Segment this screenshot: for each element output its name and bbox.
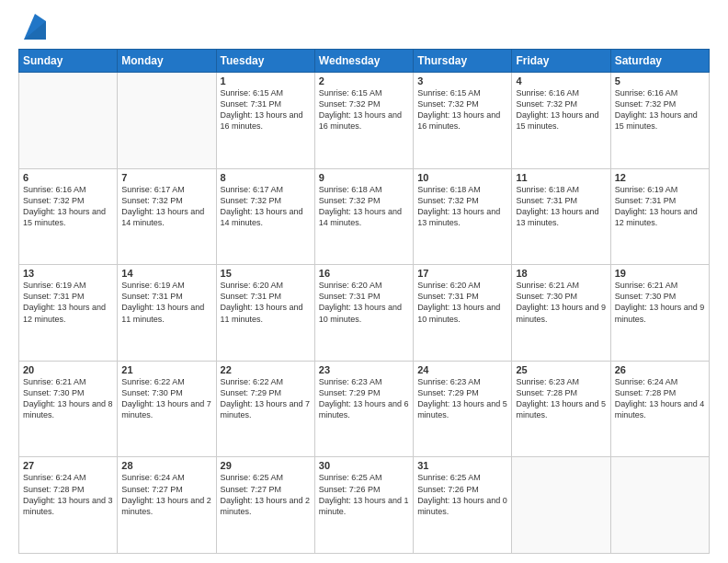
day-number: 13: [23, 268, 113, 279]
calendar-cell: 22Sunrise: 6:22 AM Sunset: 7:29 PM Dayli…: [216, 361, 314, 457]
calendar-cell: 30Sunrise: 6:25 AM Sunset: 7:26 PM Dayli…: [314, 457, 413, 554]
page: SundayMondayTuesdayWednesdayThursdayFrid…: [0, 0, 728, 563]
day-info: Sunrise: 6:19 AM Sunset: 7:31 PM Dayligh…: [121, 280, 211, 325]
day-number: 27: [23, 460, 113, 471]
day-number: 1: [221, 75, 311, 86]
day-info: Sunrise: 6:19 AM Sunset: 7:31 PM Dayligh…: [23, 280, 113, 325]
weekday-monday: Monday: [118, 50, 216, 73]
day-number: 10: [417, 172, 507, 183]
weekday-saturday: Saturday: [610, 50, 709, 73]
calendar-cell: 29Sunrise: 6:25 AM Sunset: 7:27 PM Dayli…: [216, 457, 314, 554]
day-number: 17: [417, 268, 507, 279]
calendar-cell: 27Sunrise: 6:24 AM Sunset: 7:28 PM Dayli…: [19, 457, 118, 554]
calendar-cell: 7Sunrise: 6:17 AM Sunset: 7:32 PM Daylig…: [118, 168, 216, 265]
calendar-cell: 28Sunrise: 6:24 AM Sunset: 7:27 PM Dayli…: [118, 457, 216, 554]
day-number: 19: [615, 268, 705, 279]
day-info: Sunrise: 6:23 AM Sunset: 7:28 PM Dayligh…: [516, 376, 606, 421]
logo: [18, 14, 46, 40]
day-info: Sunrise: 6:18 AM Sunset: 7:32 PM Dayligh…: [417, 184, 507, 229]
day-number: 20: [23, 364, 113, 375]
day-info: Sunrise: 6:15 AM Sunset: 7:32 PM Dayligh…: [417, 87, 507, 132]
day-number: 21: [121, 364, 211, 375]
day-info: Sunrise: 6:15 AM Sunset: 7:31 PM Dayligh…: [221, 87, 311, 132]
day-number: 9: [319, 172, 409, 183]
day-number: 4: [516, 75, 606, 86]
calendar-cell: 19Sunrise: 6:21 AM Sunset: 7:30 PM Dayli…: [610, 265, 709, 362]
day-number: 5: [615, 75, 705, 86]
day-number: 26: [615, 364, 705, 375]
day-number: 12: [615, 172, 705, 183]
day-info: Sunrise: 6:18 AM Sunset: 7:32 PM Dayligh…: [319, 184, 409, 229]
day-number: 15: [221, 268, 311, 279]
calendar-cell: 4Sunrise: 6:16 AM Sunset: 7:32 PM Daylig…: [512, 73, 610, 169]
day-info: Sunrise: 6:25 AM Sunset: 7:26 PM Dayligh…: [319, 472, 409, 517]
weekday-tuesday: Tuesday: [216, 50, 314, 73]
day-info: Sunrise: 6:20 AM Sunset: 7:31 PM Dayligh…: [319, 280, 409, 325]
weekday-friday: Friday: [512, 50, 610, 73]
weekday-header: SundayMondayTuesdayWednesdayThursdayFrid…: [19, 50, 710, 73]
day-number: 8: [221, 172, 311, 183]
calendar-cell: 13Sunrise: 6:19 AM Sunset: 7:31 PM Dayli…: [19, 265, 118, 362]
calendar-cell: 9Sunrise: 6:18 AM Sunset: 7:32 PM Daylig…: [314, 168, 413, 265]
calendar-cell: 25Sunrise: 6:23 AM Sunset: 7:28 PM Dayli…: [512, 361, 610, 457]
day-number: 22: [221, 364, 311, 375]
day-number: 7: [121, 172, 211, 183]
day-info: Sunrise: 6:16 AM Sunset: 7:32 PM Dayligh…: [23, 184, 113, 229]
day-info: Sunrise: 6:17 AM Sunset: 7:32 PM Dayligh…: [221, 184, 311, 229]
calendar-cell: 1Sunrise: 6:15 AM Sunset: 7:31 PM Daylig…: [216, 73, 314, 169]
calendar-cell: 31Sunrise: 6:25 AM Sunset: 7:26 PM Dayli…: [414, 457, 512, 554]
day-info: Sunrise: 6:24 AM Sunset: 7:27 PM Dayligh…: [121, 472, 211, 517]
calendar-cell: 12Sunrise: 6:19 AM Sunset: 7:31 PM Dayli…: [610, 168, 709, 265]
day-info: Sunrise: 6:20 AM Sunset: 7:31 PM Dayligh…: [417, 280, 507, 325]
calendar-cell: 18Sunrise: 6:21 AM Sunset: 7:30 PM Dayli…: [512, 265, 610, 362]
day-info: Sunrise: 6:15 AM Sunset: 7:32 PM Dayligh…: [319, 87, 409, 132]
logo-icon: [24, 14, 46, 40]
calendar-cell: 2Sunrise: 6:15 AM Sunset: 7:32 PM Daylig…: [314, 73, 413, 169]
calendar-cell: 6Sunrise: 6:16 AM Sunset: 7:32 PM Daylig…: [19, 168, 118, 265]
day-number: 11: [516, 172, 606, 183]
calendar-cell: 5Sunrise: 6:16 AM Sunset: 7:32 PM Daylig…: [610, 73, 709, 169]
day-number: 29: [221, 460, 311, 471]
weekday-wednesday: Wednesday: [314, 50, 413, 73]
day-info: Sunrise: 6:19 AM Sunset: 7:31 PM Dayligh…: [615, 184, 705, 229]
day-info: Sunrise: 6:24 AM Sunset: 7:28 PM Dayligh…: [615, 376, 705, 421]
calendar-cell: 15Sunrise: 6:20 AM Sunset: 7:31 PM Dayli…: [216, 265, 314, 362]
calendar-cell: [118, 73, 216, 169]
day-info: Sunrise: 6:25 AM Sunset: 7:27 PM Dayligh…: [221, 472, 311, 517]
day-number: 28: [121, 460, 211, 471]
calendar-cell: 11Sunrise: 6:18 AM Sunset: 7:31 PM Dayli…: [512, 168, 610, 265]
calendar-cell: 26Sunrise: 6:24 AM Sunset: 7:28 PM Dayli…: [610, 361, 709, 457]
calendar-cell: 16Sunrise: 6:20 AM Sunset: 7:31 PM Dayli…: [314, 265, 413, 362]
weekday-sunday: Sunday: [19, 50, 118, 73]
week-row-1: 1Sunrise: 6:15 AM Sunset: 7:31 PM Daylig…: [19, 73, 710, 169]
calendar-cell: 10Sunrise: 6:18 AM Sunset: 7:32 PM Dayli…: [414, 168, 512, 265]
day-info: Sunrise: 6:23 AM Sunset: 7:29 PM Dayligh…: [319, 376, 409, 421]
calendar-cell: [610, 457, 709, 554]
calendar-cell: [512, 457, 610, 554]
week-row-2: 6Sunrise: 6:16 AM Sunset: 7:32 PM Daylig…: [19, 168, 710, 265]
day-number: 3: [417, 75, 507, 86]
calendar-table: SundayMondayTuesdayWednesdayThursdayFrid…: [18, 49, 710, 554]
day-number: 18: [516, 268, 606, 279]
day-info: Sunrise: 6:20 AM Sunset: 7:31 PM Dayligh…: [221, 280, 311, 325]
week-row-5: 27Sunrise: 6:24 AM Sunset: 7:28 PM Dayli…: [19, 457, 710, 554]
day-number: 23: [319, 364, 409, 375]
calendar-body: 1Sunrise: 6:15 AM Sunset: 7:31 PM Daylig…: [19, 73, 710, 554]
day-number: 16: [319, 268, 409, 279]
header: [18, 14, 710, 40]
day-info: Sunrise: 6:16 AM Sunset: 7:32 PM Dayligh…: [516, 87, 606, 132]
day-info: Sunrise: 6:21 AM Sunset: 7:30 PM Dayligh…: [615, 280, 705, 325]
calendar-cell: 3Sunrise: 6:15 AM Sunset: 7:32 PM Daylig…: [414, 73, 512, 169]
week-row-4: 20Sunrise: 6:21 AM Sunset: 7:30 PM Dayli…: [19, 361, 710, 457]
calendar-cell: 23Sunrise: 6:23 AM Sunset: 7:29 PM Dayli…: [314, 361, 413, 457]
calendar-cell: 8Sunrise: 6:17 AM Sunset: 7:32 PM Daylig…: [216, 168, 314, 265]
calendar-cell: 21Sunrise: 6:22 AM Sunset: 7:30 PM Dayli…: [118, 361, 216, 457]
day-info: Sunrise: 6:17 AM Sunset: 7:32 PM Dayligh…: [121, 184, 211, 229]
calendar-cell: 14Sunrise: 6:19 AM Sunset: 7:31 PM Dayli…: [118, 265, 216, 362]
day-info: Sunrise: 6:22 AM Sunset: 7:29 PM Dayligh…: [221, 376, 311, 421]
day-number: 24: [417, 364, 507, 375]
day-number: 2: [319, 75, 409, 86]
calendar-cell: 24Sunrise: 6:23 AM Sunset: 7:29 PM Dayli…: [414, 361, 512, 457]
calendar-cell: [19, 73, 118, 169]
day-number: 25: [516, 364, 606, 375]
